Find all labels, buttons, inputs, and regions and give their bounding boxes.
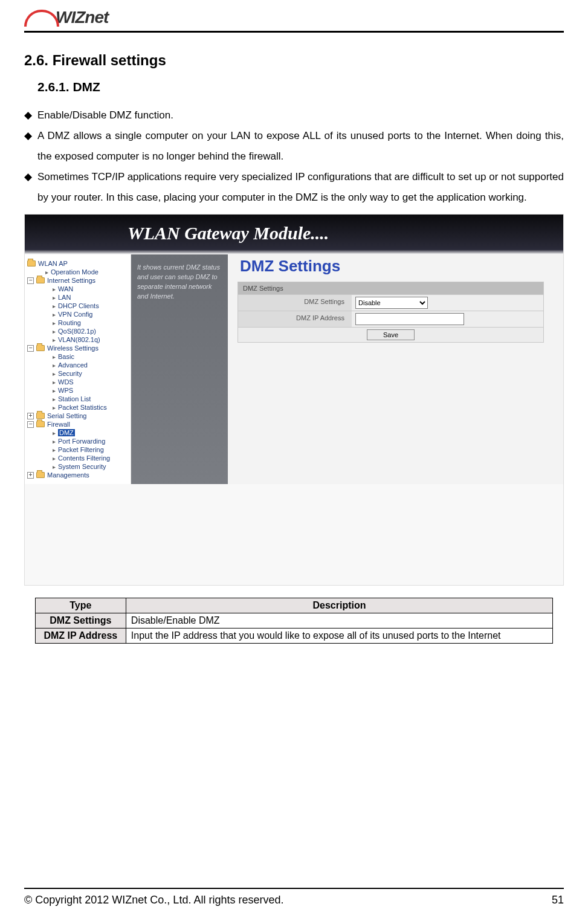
dmz-settings-select[interactable]: Disable xyxy=(355,297,428,309)
nav-advanced[interactable]: ▸Advanced xyxy=(27,361,128,369)
nav-label: Advanced xyxy=(58,361,88,369)
save-button[interactable]: Save xyxy=(367,329,415,340)
nav-label: Port Forwarding xyxy=(58,438,105,445)
nav-label: Routing xyxy=(58,319,81,326)
nav-tree: WLAN AP ▸ Operation Mode − Internet Sett… xyxy=(25,254,131,484)
nav-wds[interactable]: ▸WDS xyxy=(27,378,128,386)
nav-label: Basic xyxy=(58,353,74,360)
arrow-icon: ▸ xyxy=(51,362,56,369)
nav-label: VPN Config xyxy=(58,311,92,318)
diamond-bullet-icon: ◆ xyxy=(24,126,37,167)
nav-qos[interactable]: ▸QoS(802.1p) xyxy=(27,327,128,335)
arrow-icon: ▸ xyxy=(51,370,56,377)
minus-icon[interactable]: − xyxy=(27,277,34,284)
arrow-icon: ▸ xyxy=(51,337,56,343)
nav-label: Packet Statistics xyxy=(58,404,107,411)
nav-label: Security xyxy=(58,370,82,377)
panel-title: DMZ Settings xyxy=(237,282,544,295)
nav-security[interactable]: ▸Security xyxy=(27,369,128,378)
main-panel: DMZ Settings DMZ Settings DMZ Settings D… xyxy=(228,254,563,484)
td-key: DMZ Settings xyxy=(35,613,126,629)
nav-station-list[interactable]: ▸Station List xyxy=(27,395,128,403)
nav-label: Station List xyxy=(58,395,91,402)
plus-icon[interactable]: + xyxy=(27,472,34,479)
th-type: Type xyxy=(35,598,126,613)
arrow-icon: ▸ xyxy=(44,269,48,276)
logo: WIZnet xyxy=(24,6,564,27)
nav-label: VLAN(802.1q) xyxy=(58,336,100,343)
plus-icon[interactable]: + xyxy=(27,413,34,419)
nav-operation-mode[interactable]: ▸ Operation Mode xyxy=(27,268,128,276)
folder-icon xyxy=(36,277,45,283)
arrow-icon: ▸ xyxy=(51,320,56,326)
nav-port-forwarding[interactable]: ▸Port Forwarding xyxy=(27,437,128,445)
footer: © Copyright 2012 WIZnet Co., Ltd. All ri… xyxy=(24,888,564,906)
nav-serial-setting[interactable]: + Serial Setting xyxy=(27,412,128,420)
table-row: DMZ IP Address Input the IP address that… xyxy=(35,629,552,644)
arrow-icon: ▸ xyxy=(51,294,56,301)
arrow-icon: ▸ xyxy=(51,455,56,462)
folder-icon xyxy=(36,421,45,427)
nav-system-security[interactable]: ▸System Security xyxy=(27,462,128,471)
dmz-heading: DMZ Settings xyxy=(240,257,544,276)
arrow-icon: ▸ xyxy=(51,303,56,309)
nav-label: Firewall xyxy=(47,421,70,428)
nav-dhcp-clients[interactable]: ▸DHCP Clients xyxy=(27,302,128,310)
section-heading: 2.6. Firewall settings xyxy=(24,52,564,69)
nav-packet-statistics[interactable]: ▸Packet Statistics xyxy=(27,403,128,412)
bullet-item: ◆ Enable/Disable DMZ function. xyxy=(24,105,564,126)
subsection-heading: 2.6.1. DMZ xyxy=(37,80,564,94)
sidebar-description: It shows current DMZ status and user can… xyxy=(131,254,228,484)
nav-routing[interactable]: ▸Routing xyxy=(27,318,128,327)
nav-label: Internet Settings xyxy=(47,277,95,284)
nav-contents-filtering[interactable]: ▸Contents Filtering xyxy=(27,454,128,462)
minus-icon[interactable]: − xyxy=(27,421,34,428)
nav-internet-settings[interactable]: − Internet Settings xyxy=(27,276,128,285)
arrow-icon: ▸ xyxy=(51,464,56,470)
copyright-text: © Copyright 2012 WIZnet Co., Ltd. All ri… xyxy=(24,894,283,906)
folder-icon xyxy=(27,260,36,267)
nav-label: Managements xyxy=(47,471,89,479)
bullet-text: Enable/Disable DMZ function. xyxy=(37,105,564,126)
arrow-icon: ▸ xyxy=(51,447,56,453)
nav-wireless-settings[interactable]: − Wireless Settings xyxy=(27,344,128,352)
nav-managements[interactable]: + Managements xyxy=(27,471,128,479)
folder-icon xyxy=(36,413,45,419)
nav-lan[interactable]: ▸LAN xyxy=(27,293,128,302)
nav-label: Operation Mode xyxy=(51,268,99,276)
save-row: Save xyxy=(237,328,544,343)
bottom-rule xyxy=(24,888,564,889)
nav-label: DHCP Clients xyxy=(58,302,99,309)
nav-label: WAN xyxy=(58,285,73,292)
arrow-icon: ▸ xyxy=(51,438,56,445)
arrow-icon: ▸ xyxy=(51,328,56,335)
nav-label: WDS xyxy=(58,378,74,386)
nav-label: QoS(802.1p) xyxy=(58,328,96,335)
bullet-item: ◆ Sometimes TCP/IP applications require … xyxy=(24,167,564,208)
td-value: Disable/Enable DMZ xyxy=(126,613,552,629)
minus-icon[interactable]: − xyxy=(27,345,34,352)
logo-arc-icon xyxy=(24,10,59,27)
nav-basic[interactable]: ▸Basic xyxy=(27,352,128,361)
top-rule xyxy=(24,31,564,33)
nav-label: Contents Filtering xyxy=(58,454,110,462)
nav-label: Serial Setting xyxy=(47,412,86,419)
nav-wan[interactable]: ▸WAN xyxy=(27,285,128,293)
dmz-ip-input[interactable] xyxy=(355,313,464,325)
banner-title: WLAN Gateway Module.... xyxy=(25,215,563,254)
th-description: Description xyxy=(126,598,552,613)
nav-vpn-config[interactable]: ▸VPN Config xyxy=(27,310,128,318)
nav-dmz[interactable]: ▸DMZ xyxy=(27,428,128,437)
nav-packet-filtering[interactable]: ▸Packet Filtering xyxy=(27,445,128,454)
nav-vlan[interactable]: ▸VLAN(802.1q) xyxy=(27,335,128,344)
arrow-icon: ▸ xyxy=(51,430,56,436)
nav-firewall[interactable]: − Firewall xyxy=(27,420,128,428)
nav-wps[interactable]: ▸WPS xyxy=(27,386,128,395)
arrow-icon: ▸ xyxy=(51,286,56,292)
nav-root[interactable]: WLAN AP xyxy=(27,259,128,268)
description-table: Type Description DMZ Settings Disable/En… xyxy=(35,598,553,644)
nav-label: Wireless Settings xyxy=(47,344,99,352)
td-value: Input the IP address that you would like… xyxy=(126,629,552,644)
form-label: DMZ Settings xyxy=(238,295,352,311)
arrow-icon: ▸ xyxy=(51,354,56,360)
